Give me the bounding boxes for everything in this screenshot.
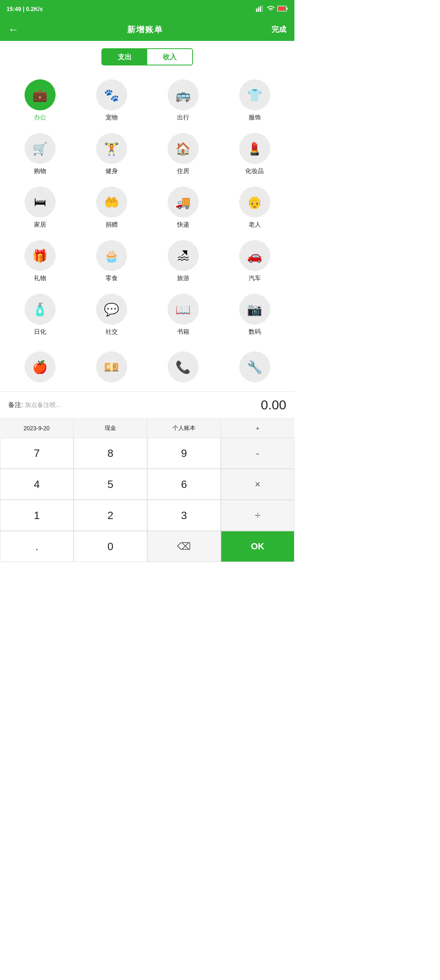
numpad-key-0[interactable]: 0 (74, 531, 147, 562)
remark-label: 备注: (8, 401, 23, 408)
numpad-key-8[interactable]: 8 (74, 438, 147, 469)
numpad-key-6[interactable]: 6 (147, 469, 221, 500)
category-item-book[interactable]: 📖书籍 (147, 288, 219, 342)
category-item-snack[interactable]: 🧁零食 (76, 234, 147, 288)
tab-expense[interactable]: 支出 (102, 49, 147, 65)
category-item-social[interactable]: 💬社交 (76, 288, 147, 342)
numpad-key-1[interactable]: 1 (0, 500, 74, 531)
category-label-car: 汽车 (249, 274, 261, 282)
category-label-daily: 日化 (34, 328, 46, 336)
category-label-office: 办公 (34, 114, 46, 121)
category-item-digital[interactable]: 📷数码 (219, 288, 290, 342)
signal-icon (256, 5, 264, 13)
category-item-express[interactable]: 🚚快递 (147, 181, 219, 234)
category-label-clothing: 服饰 (249, 114, 261, 121)
category-item-travel[interactable]: 🚌出行 (147, 74, 219, 127)
category-icon-tourism: 🏖 (168, 240, 199, 271)
numpad-key-5[interactable]: 5 (74, 469, 147, 500)
category-icon-pet: 🐾 (96, 79, 127, 110)
category-item-gift[interactable]: 🎁礼物 (4, 234, 76, 288)
calc-date[interactable]: 2023-9-20 (0, 419, 74, 438)
category-label-cosmetics: 化妆品 (245, 167, 264, 175)
numpad-key-9[interactable]: 9 (147, 438, 221, 469)
category-item-car[interactable]: 🚗汽车 (219, 234, 290, 288)
numpad: 789-456×123÷.0⌫OK (0, 438, 294, 562)
partial-item-food[interactable]: 🍎 (4, 346, 76, 391)
category-icon-office: 💼 (25, 79, 56, 110)
calc-account[interactable]: 个人账本 (147, 419, 221, 438)
partial-row: 🍎💴📞🔧 (0, 346, 294, 391)
svg-rect-1 (258, 7, 259, 12)
calc-payment[interactable]: 现金 (74, 419, 147, 438)
category-item-pet[interactable]: 🐾宠物 (76, 74, 147, 127)
category-item-furniture[interactable]: 🛏家居 (4, 181, 76, 234)
category-label-snack: 零食 (106, 274, 118, 282)
numpad-key-x[interactable]: ⌫ (147, 531, 221, 562)
numpad-key-3[interactable]: 3 (147, 500, 221, 531)
svg-rect-2 (260, 6, 261, 12)
svg-rect-0 (256, 9, 257, 12)
status-bar: 15:49 | 0.2K/s (0, 0, 294, 18)
category-icon-fitness: 🏋 (96, 133, 127, 164)
numpad-key-OK[interactable]: OK (221, 531, 294, 562)
category-item-fitness[interactable]: 🏋健身 (76, 127, 147, 181)
remark-section[interactable]: 备注: 加点备注呗... (8, 401, 61, 409)
remark-bar: 备注: 加点备注呗... 0.00 (0, 391, 294, 418)
numpad-key-4[interactable]: 4 (0, 469, 74, 500)
header: ← 新增账单 完成 (0, 18, 294, 41)
category-label-gift: 礼物 (34, 274, 46, 282)
category-item-tourism[interactable]: 🏖旅游 (147, 234, 219, 288)
status-time: 15:49 | 0.2K/s (7, 6, 43, 12)
done-button[interactable]: 完成 (272, 25, 286, 34)
partial-item-finance[interactable]: 💴 (76, 346, 147, 391)
category-item-donation[interactable]: 🤲捐赠 (76, 181, 147, 234)
numpad-key-x[interactable]: . (0, 531, 74, 562)
remark-placeholder: 加点备注呗... (25, 401, 61, 408)
numpad-key-2[interactable]: 2 (74, 500, 147, 531)
category-item-clothing[interactable]: 👕服饰 (219, 74, 290, 127)
partial-item-phone[interactable]: 📞 (147, 346, 219, 391)
tab-switcher: 支出 收入 (0, 41, 294, 70)
category-label-furniture: 家居 (34, 221, 46, 229)
category-label-shopping: 购物 (34, 167, 46, 175)
category-item-shopping[interactable]: 🛒购物 (4, 127, 76, 181)
status-icons (256, 5, 288, 13)
category-label-travel: 出行 (177, 114, 189, 121)
partial-item-repair[interactable]: 🔧 (219, 346, 290, 391)
amount-display: 0.00 (261, 398, 286, 413)
category-icon-shopping: 🛒 (25, 133, 56, 164)
tab-group: 支出 收入 (101, 48, 193, 65)
back-button[interactable]: ← (8, 23, 19, 36)
numpad-key-x[interactable]: ÷ (221, 500, 294, 531)
calc-header: 2023-9-20 现金 个人账本 + (0, 418, 294, 438)
calc-add[interactable]: + (221, 419, 294, 438)
category-label-fitness: 健身 (106, 167, 118, 175)
tab-income[interactable]: 收入 (147, 49, 192, 65)
category-label-donation: 捐赠 (106, 221, 118, 229)
svg-rect-5 (278, 7, 285, 11)
numpad-key-7[interactable]: 7 (0, 438, 74, 469)
category-icon-housing: 🏠 (168, 133, 199, 164)
partial-icon-repair: 🔧 (239, 351, 270, 382)
category-label-social: 社交 (106, 328, 118, 336)
numpad-key-x[interactable]: × (221, 469, 294, 500)
wifi-icon (267, 5, 275, 13)
category-label-housing: 住房 (177, 167, 189, 175)
category-icon-digital: 📷 (239, 294, 270, 325)
category-label-elder: 老人 (249, 221, 261, 229)
category-icon-cosmetics: 💄 (239, 133, 270, 164)
partial-icon-phone: 📞 (168, 351, 199, 382)
category-item-housing[interactable]: 🏠住房 (147, 127, 219, 181)
category-item-cosmetics[interactable]: 💄化妆品 (219, 127, 290, 181)
category-item-office[interactable]: 💼办公 (4, 74, 76, 127)
category-grid: 💼办公🐾宠物🚌出行👕服饰🛒购物🏋健身🏠住房💄化妆品🛏家居🤲捐赠🚚快递👴老人🎁礼物… (0, 70, 294, 346)
category-icon-gift: 🎁 (25, 240, 56, 271)
category-item-daily[interactable]: 🧴日化 (4, 288, 76, 342)
numpad-key-x[interactable]: - (221, 438, 294, 469)
page-title: 新增账单 (127, 24, 163, 35)
category-icon-snack: 🧁 (96, 240, 127, 271)
category-icon-daily: 🧴 (25, 294, 56, 325)
category-item-elder[interactable]: 👴老人 (219, 181, 290, 234)
category-icon-clothing: 👕 (239, 79, 270, 110)
category-icon-donation: 🤲 (96, 187, 127, 218)
